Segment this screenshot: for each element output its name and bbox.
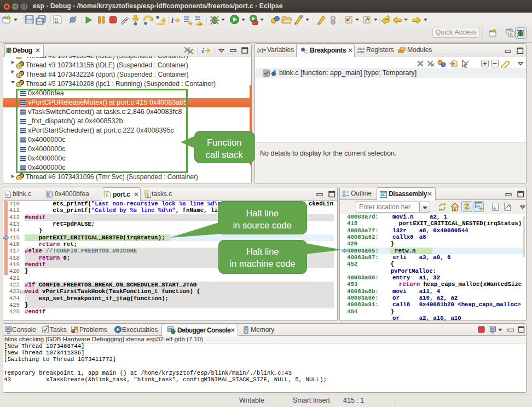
svg-text:c: c [48, 192, 50, 197]
svg-text:c: c [6, 192, 9, 197]
svg-text:10: 10 [55, 20, 59, 24]
svg-text:i: i [171, 16, 174, 25]
svg-text:0101: 0101 [357, 51, 365, 54]
svg-text:C: C [510, 33, 513, 37]
svg-text:c: c [147, 193, 149, 198]
svg-text:c: c [106, 193, 109, 198]
svg-text:(x)=: (x)= [257, 48, 266, 53]
svg-text:i: i [202, 47, 204, 55]
